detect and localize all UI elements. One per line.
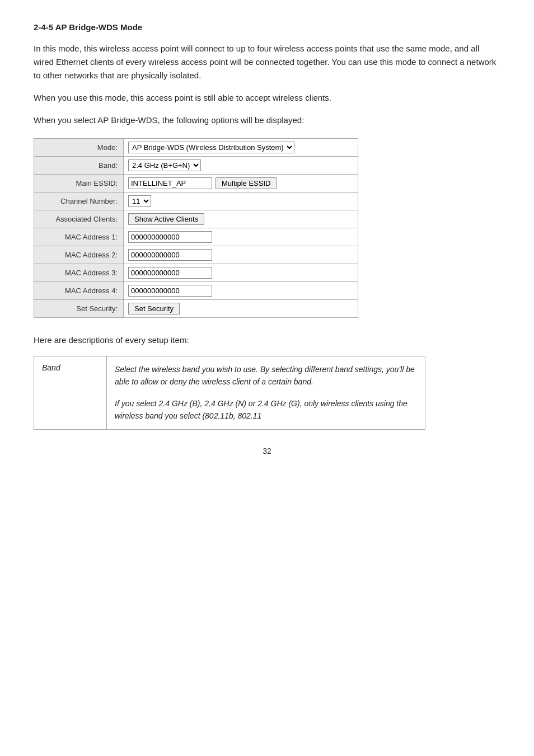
settings-label: Channel Number: [34,192,124,210]
settings-value [124,228,358,246]
settings-value [124,264,358,282]
settings-input-2[interactable] [128,177,212,189]
settings-row: MAC Address 3: [34,264,358,282]
settings-input-6[interactable] [128,249,212,261]
settings-label: Band: [34,157,124,175]
settings-value: AP Bridge-WDS (Wireless Distribution Sys… [124,139,358,157]
settings-input-button-group: Multiple ESSID [128,177,353,189]
settings-value [124,246,358,264]
settings-input-7[interactable] [128,267,212,279]
desc-detail: Select the wireless band you wish to use… [107,356,425,430]
settings-row: Mode:AP Bridge-WDS (Wireless Distributio… [34,139,358,157]
page-title: 2-4-5 AP Bridge-WDS Mode [34,22,500,32]
page-number: 32 [34,447,500,456]
settings-label: Mode: [34,139,124,157]
descriptions-table: BandSelect the wireless band you wish to… [34,356,425,430]
settings-label: Set Security: [34,300,124,318]
settings-row: Band:2.4 GHz (B+G+N) [34,157,358,175]
settings-value: 11 [124,192,358,210]
settings-label: MAC Address 3: [34,264,124,282]
settings-label: Associated Clients: [34,210,124,228]
settings-table: Mode:AP Bridge-WDS (Wireless Distributio… [34,138,358,318]
settings-value: Show Active Clients [124,210,358,228]
settings-row: MAC Address 2: [34,246,358,264]
settings-select-3[interactable]: 11 [128,195,151,207]
settings-row: Channel Number:11 [34,192,358,210]
paragraph-1: In this mode, this wireless access point… [34,42,500,82]
settings-row: Associated Clients:Show Active Clients [34,210,358,228]
desc-detail-p1: Select the wireless band you wish to use… [115,363,417,388]
settings-input-5[interactable] [128,231,212,243]
paragraph-2: When you use this mode, this access poin… [34,91,500,105]
show-active-clients-button[interactable]: Show Active Clients [128,213,204,225]
desc-row: BandSelect the wireless band you wish to… [34,356,425,430]
settings-row: Main ESSID:Multiple ESSID [34,175,358,192]
settings-value [124,282,358,300]
settings-input-8[interactable] [128,285,212,297]
settings-value: Set Security [124,300,358,318]
descriptions-heading: Here are descriptions of every setup ite… [34,334,500,347]
multiple-essid-button[interactable]: Multiple ESSID [216,177,277,189]
desc-detail-p2: If you select 2.4 GHz (B), 2.4 GHz (N) o… [115,397,417,422]
settings-value: 2.4 GHz (B+G+N) [124,157,358,175]
settings-select-0[interactable]: AP Bridge-WDS (Wireless Distribution Sys… [128,142,294,153]
settings-row: Set Security:Set Security [34,300,358,318]
settings-label: Main ESSID: [34,175,124,192]
settings-label: MAC Address 4: [34,282,124,300]
set-security-button[interactable]: Set Security [128,303,180,314]
settings-value: Multiple ESSID [124,175,358,192]
desc-term: Band [34,356,107,430]
paragraph-3: When you select AP Bridge-WDS, the follo… [34,114,500,127]
settings-label: MAC Address 1: [34,228,124,246]
settings-select-1[interactable]: 2.4 GHz (B+G+N) [128,159,201,171]
settings-row: MAC Address 4: [34,282,358,300]
settings-label: MAC Address 2: [34,246,124,264]
settings-row: MAC Address 1: [34,228,358,246]
